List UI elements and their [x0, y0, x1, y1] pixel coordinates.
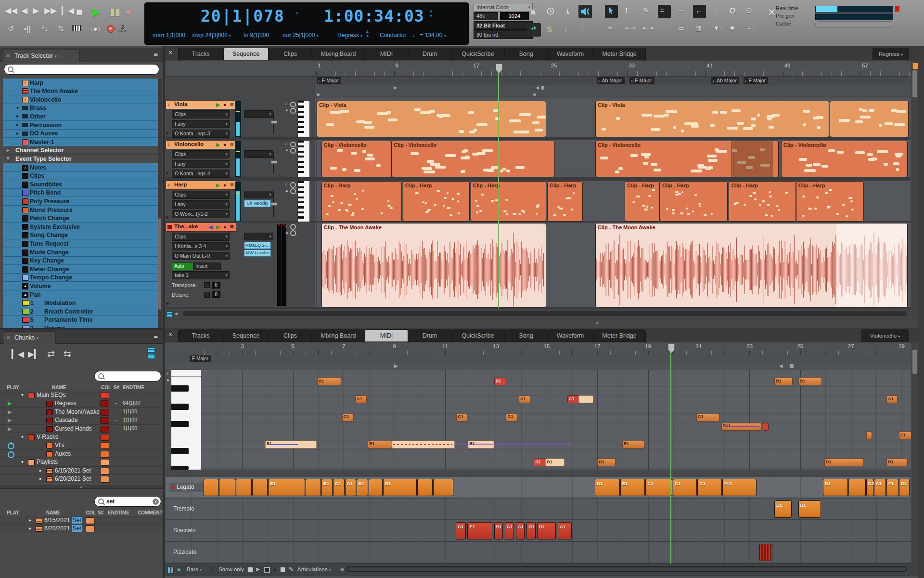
- chunk-row-the-moon-awake[interactable]: ▶The Moon/Awake-1|1|00: [0, 408, 163, 416]
- scroll-left-icon[interactable]: ◀: [174, 311, 178, 316]
- memory-start-marker-icon[interactable]: ▶: [394, 85, 397, 90]
- counter-caret-icon[interactable]: ▾: [295, 10, 300, 16]
- event-type-volume[interactable]: ▲Volume: [3, 282, 158, 290]
- color-chip[interactable]: [100, 417, 109, 424]
- midi-note[interactable]: F1: [899, 432, 911, 439]
- mode-audio-monitor-button[interactable]: [580, 7, 589, 17]
- midi-note[interactable]: D1: [534, 459, 545, 466]
- zoom-icon[interactable]: [290, 108, 296, 115]
- mode-overdub-button[interactable]: [529, 25, 537, 34]
- key-signature-marker[interactable]: ♯♭F Major: [629, 77, 654, 84]
- midi-note[interactable]: G1: [342, 414, 354, 421]
- event-type-key-change[interactable]: Key Change: [3, 257, 158, 265]
- midi-tab-waveform[interactable]: Waveform: [548, 329, 593, 342]
- articulation-block[interactable]: G1: [333, 479, 345, 496]
- track-io-dropdown[interactable]: Clips▾: [172, 191, 230, 199]
- midi-note[interactable]: [763, 423, 769, 431]
- tool-ibeam-button[interactable]: I: [625, 7, 628, 15]
- note-zoom-icon[interactable]: ♪: [285, 141, 287, 146]
- chunk-row-v-racks[interactable]: ▾V-Racks: [0, 433, 163, 441]
- panel-menu-icon[interactable]: ≡: [154, 332, 158, 340]
- sequence-clip[interactable]: Clip - The Moon Awake: [321, 223, 546, 308]
- midi-note[interactable]: D1: [597, 459, 616, 466]
- track-expand-icon[interactable]: ▸: [167, 130, 169, 135]
- chunk-skip-end-icon[interactable]: ▶▎: [28, 349, 40, 359]
- sequence-tab-clips[interactable]: Clips: [269, 48, 312, 60]
- lcd-field-start[interactable]: start 1|1|000: [153, 32, 185, 39]
- transport-step-back-button[interactable]: ◀: [21, 7, 27, 15]
- midi-track-selector[interactable]: Violoncello ▾: [861, 329, 909, 342]
- lcd-field-in[interactable]: in 9|1|000: [244, 32, 269, 39]
- midi-v-scrollbar[interactable]: [911, 342, 918, 564]
- add-marker-button[interactable]: +: [107, 25, 115, 33]
- event-type-mono-pressure[interactable]: Mono Pressure: [3, 206, 158, 214]
- sequence-clip[interactable]: Clip - Harp: [796, 181, 864, 222]
- sequence-clip[interactable]: Clip - Harp: [625, 181, 660, 222]
- grid-sort-icon[interactable]: ≡: [177, 566, 180, 573]
- triangle-filter-icon[interactable]: ▲: [272, 566, 278, 572]
- track-play-icon[interactable]: ▶: [216, 142, 220, 148]
- take-dropdown[interactable]: take 1▾: [172, 271, 230, 279]
- track-io-dropdown[interactable]: O Konta...ngs-4▾: [172, 170, 230, 178]
- solo-button[interactable]: S: [547, 25, 552, 35]
- articulation-block[interactable]: C1: [673, 479, 697, 496]
- note-zoom-icon[interactable]: ♪: [285, 101, 287, 106]
- track-aux-dropdown[interactable]: ▾: [244, 150, 273, 158]
- sequence-clip[interactable]: Clip - Harp: [321, 181, 402, 222]
- zoom-icon[interactable]: [290, 148, 296, 155]
- chunk-chain-icon[interactable]: ⇄: [47, 348, 55, 359]
- detune-checkbox[interactable]: [204, 292, 210, 298]
- articulation-block[interactable]: G1: [505, 522, 514, 539]
- mode-output-quantize-button[interactable]: ↑: [580, 25, 584, 32]
- marker-strip-2[interactable]: [315, 92, 911, 99]
- event-type-pan[interactable]: ▲Pan: [3, 290, 158, 299]
- color-chip[interactable]: [100, 426, 109, 433]
- track-header-violoncello[interactable]: ♪Violoncello▶●≡: [166, 140, 236, 149]
- midi-close-icon[interactable]: ×: [168, 330, 172, 338]
- memory-end-marker-icon[interactable]: ◀: [536, 85, 539, 90]
- articulation-lane-tremolo[interactable]: TremoloB1B1: [166, 499, 911, 519]
- block-filter-icon[interactable]: [264, 567, 270, 573]
- track-io-dropdown[interactable]: O Work...t]-1-2▾: [172, 210, 230, 218]
- close-icon[interactable]: ×: [6, 334, 10, 341]
- color-chip[interactable]: [100, 451, 109, 458]
- buffer-size-box[interactable]: 1024: [500, 12, 529, 20]
- sidebar-track-percussion[interactable]: ▸Percussion: [3, 121, 158, 130]
- chunk-chain-alt-icon[interactable]: ⇆: [64, 348, 71, 359]
- marker-strip-1[interactable]: [315, 85, 911, 92]
- color-chip[interactable]: [100, 409, 109, 416]
- chunk-row-vi-s[interactable]: VI's: [0, 441, 163, 449]
- piano-keyboard[interactable]: [171, 370, 202, 470]
- conductor-label[interactable]: Conductor: [380, 32, 406, 39]
- transport-step-forward-button[interactable]: ▶: [33, 7, 39, 15]
- event-type-volume[interactable]: 7Volume: [3, 324, 158, 328]
- key-signature-marker[interactable]: ♯♭Ab Major: [597, 77, 625, 84]
- articulation-block[interactable]: A1: [558, 522, 572, 539]
- caret-icon[interactable]: ▸: [7, 147, 9, 153]
- articulation-block[interactable]: E1: [357, 479, 368, 496]
- sidebar-track-do-auxes[interactable]: ▸DO Auxes: [3, 130, 158, 138]
- midi-note[interactable]: [578, 395, 593, 403]
- transpose-value[interactable]: 0: [212, 282, 220, 289]
- track-record-icon[interactable]: ●: [223, 182, 227, 188]
- articulation-block[interactable]: D1: [899, 479, 910, 496]
- track-header-harp[interactable]: ♪Harp▶●≡: [166, 181, 236, 190]
- track-record-icon[interactable]: ●: [223, 142, 227, 147]
- track-record-icon[interactable]: ●: [223, 224, 227, 230]
- bar-beat-counter[interactable]: 20|1|078 ▾: [201, 7, 299, 26]
- transport-loop-button[interactable]: ⇆: [41, 25, 48, 32]
- tool-wave-add-button[interactable]: ∼+: [746, 25, 755, 31]
- sequence-clip[interactable]: Clip - Harp: [547, 181, 583, 222]
- track-play-icon[interactable]: ▶: [216, 182, 220, 188]
- track-expand-icon[interactable]: ▸: [167, 301, 169, 306]
- sequence-tab-midi[interactable]: MIDI: [365, 48, 408, 60]
- sequence-tab-meter-bridge[interactable]: Meter Bridge: [593, 48, 646, 60]
- event-type-soundbites[interactable]: Soundbites: [3, 180, 158, 189]
- clock-source-dropdown[interactable]: Internal Clock▾: [474, 3, 533, 12]
- midi-note[interactable]: G1: [456, 414, 467, 421]
- midi-note[interactable]: B1: [494, 378, 507, 385]
- sidebar-track-master-1[interactable]: ↕Master-1: [3, 138, 158, 146]
- note-zoom-icon[interactable]: ♪: [285, 182, 287, 186]
- black-key[interactable]: [171, 385, 189, 392]
- articulation-lane-staccato[interactable]: StaccatoG1E1B1G1A1D1D1A1: [166, 520, 911, 541]
